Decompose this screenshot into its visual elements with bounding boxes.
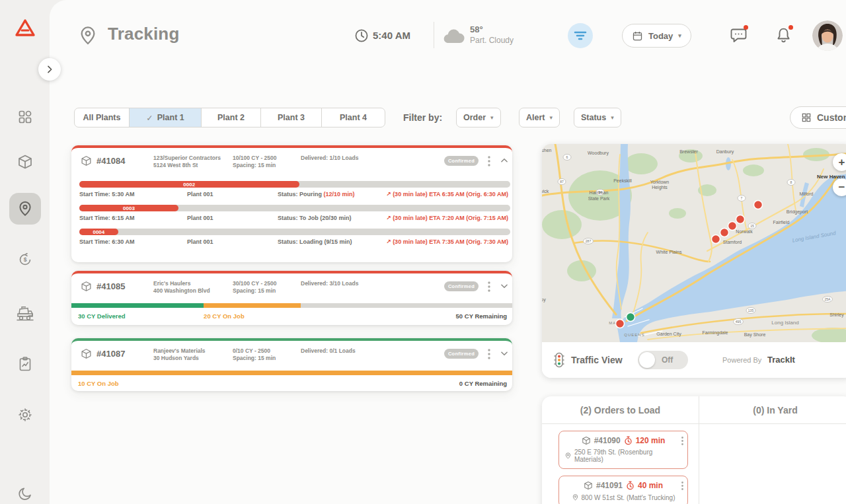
truck-marker[interactable]	[736, 215, 745, 224]
location-pin-icon	[17, 200, 34, 217]
ticket-number: 0004	[93, 229, 104, 235]
orders-to-load-title: (2) Orders to Load	[542, 405, 699, 415]
caret-down-icon: ▾	[490, 114, 494, 121]
alert-filter-dropdown[interactable]: Alert▾	[519, 108, 560, 127]
caret-down-icon: ▾	[549, 114, 553, 121]
powered-by-label: Powered By	[722, 356, 761, 364]
tab-plant-3[interactable]: Plant 3	[260, 108, 322, 127]
onjob-label: 20 CY On Job	[204, 312, 245, 320]
svg-text:Peekskill: Peekskill	[613, 178, 632, 183]
svg-text:25A: 25A	[825, 297, 831, 301]
delivered-info: Delivered: 0/1 Loads	[301, 347, 356, 355]
start-time: Start Time: 6:30 AM	[79, 238, 135, 245]
date-picker-button[interactable]: Today ▾	[622, 24, 691, 48]
svg-text:Shirley: Shirley	[829, 312, 844, 318]
kebab-menu[interactable]	[681, 437, 683, 445]
truck-marker[interactable]	[712, 235, 720, 244]
tab-plant-1[interactable]: ✓ Plant 1	[129, 108, 202, 127]
queued-order-41090[interactable]: #41090 120 min 250 E 79th St. (Rosenburg…	[558, 431, 688, 469]
dark-mode-toggle[interactable]	[12, 481, 38, 504]
temperature: 58°	[470, 24, 483, 34]
truck-marker[interactable]	[728, 222, 737, 231]
order-card-header: #41085 Eric's Haulers400 Washington Blvd…	[71, 273, 512, 300]
calendar-icon	[632, 30, 643, 42]
dashboard-grid-icon	[17, 109, 33, 125]
filter-lines-icon	[574, 30, 587, 42]
kebab-menu[interactable]	[488, 156, 490, 166]
delivered-segment	[71, 303, 204, 308]
remaining-label: 0 CY Remaining	[459, 380, 507, 387]
svg-text:Bay Shore: Bay Shore	[744, 332, 766, 338]
expand-chevron[interactable]	[500, 349, 509, 358]
customer-info: 123/Superior Contractors5124 West 8th St	[153, 155, 221, 169]
eta-alert: ↗ (30 min late) ETA 6:35 AM (Orig. 6:30 …	[386, 191, 508, 198]
status-badge: Confirmed	[444, 281, 479, 291]
remaining-label: 50 CY Remaining	[456, 312, 507, 320]
package-icon	[584, 481, 593, 490]
expand-chevron[interactable]	[500, 281, 509, 291]
start-time: Start Time: 5:30 AM	[79, 191, 135, 198]
tab-plant-4[interactable]: Plant 4	[321, 108, 385, 127]
kebab-menu[interactable]	[488, 281, 490, 292]
status-filter-dropdown[interactable]: Status▾	[574, 108, 621, 127]
zoom-in-button[interactable]: +	[833, 153, 846, 171]
traffic-toggle[interactable]: Off	[638, 351, 688, 369]
minus-icon: −	[839, 181, 845, 194]
truck-marker[interactable]	[754, 201, 763, 209]
sidebar-item-reports[interactable]	[12, 351, 38, 377]
sidebar-item-orders[interactable]	[12, 149, 38, 175]
notification-dot	[788, 25, 793, 30]
order-id: #41085	[96, 281, 125, 291]
user-avatar[interactable]	[812, 20, 843, 51]
app-logo[interactable]	[12, 15, 38, 41]
queued-order-41091[interactable]: #41091 40 min 800 W 51st St. (Matt's Tru…	[558, 476, 688, 504]
order-filter-dropdown[interactable]: Order▾	[456, 108, 501, 127]
truck-marker[interactable]	[616, 320, 625, 328]
ticket-number: 0002	[183, 182, 195, 188]
sidebar-item-dashboard[interactable]	[12, 104, 38, 130]
traffic-bar: Traffic View Off Powered By TrackIt	[542, 342, 846, 378]
sidebar-item-billing[interactable]: $	[12, 246, 38, 273]
tab-all-plants[interactable]: All Plants	[74, 108, 130, 127]
check-icon: ✓	[146, 113, 153, 123]
load-progress-fill: 0004	[79, 229, 118, 235]
sidebar-item-trucks[interactable]	[12, 301, 38, 327]
truck-marker[interactable]	[720, 229, 729, 237]
order-card-41087: #41087 Ranjeev's Materials30 Hudson Yard…	[71, 338, 512, 391]
filter-toggle-button[interactable]	[568, 23, 593, 48]
customize-button[interactable]: Customize	[790, 106, 846, 129]
onjob-label: 10 CY On Job	[78, 380, 119, 387]
zoom-out-button[interactable]: −	[833, 178, 846, 196]
sidebar-item-settings[interactable]	[12, 402, 38, 428]
onjob-segment	[71, 371, 512, 375]
grid-icon	[801, 112, 812, 123]
sidebar-item-tracking[interactable]	[9, 193, 41, 225]
tab-plant-2[interactable]: Plant 2	[201, 108, 261, 127]
main-content: Tracking 5:40 AM 58° Part. Cloudy Today …	[50, 0, 846, 504]
kebab-menu[interactable]	[488, 349, 490, 359]
chevron-right-icon	[44, 64, 55, 75]
notifications-button[interactable]	[775, 26, 792, 44]
messages-button[interactable]	[730, 26, 748, 44]
collapse-chevron[interactable]	[500, 156, 509, 165]
order-id: #41084	[96, 156, 125, 166]
status-badge: Confirmed	[444, 349, 479, 359]
svg-text:State Park: State Park	[588, 196, 610, 201]
weather-conditions: Part. Cloudy	[470, 36, 514, 45]
svg-text:Harriman: Harriman	[590, 190, 609, 195]
traffic-light-icon	[553, 352, 566, 368]
plant-marker[interactable]	[627, 313, 635, 322]
load-progress-fill: 0002	[79, 181, 299, 188]
ticket-number: 0003	[123, 205, 135, 211]
map[interactable]: 6 87 84 287 7 8 15 135 495 25A Goshen Wo…	[542, 144, 846, 342]
sidebar-expand-button[interactable]	[38, 58, 61, 81]
load-row: 0003 Start Time: 6:15 AM Plant 001 Statu…	[79, 205, 510, 223]
load-status: Status: To Job (20/30 min)	[278, 215, 351, 221]
order-progress-bar	[71, 303, 512, 308]
load-progress-fill: 0003	[79, 205, 178, 211]
load-progress-track: 0002	[79, 181, 510, 188]
brand-mark-icon	[14, 18, 36, 38]
kebab-menu[interactable]	[681, 482, 683, 490]
svg-text:Brewster: Brewster	[679, 149, 698, 154]
moon-icon	[17, 486, 33, 502]
